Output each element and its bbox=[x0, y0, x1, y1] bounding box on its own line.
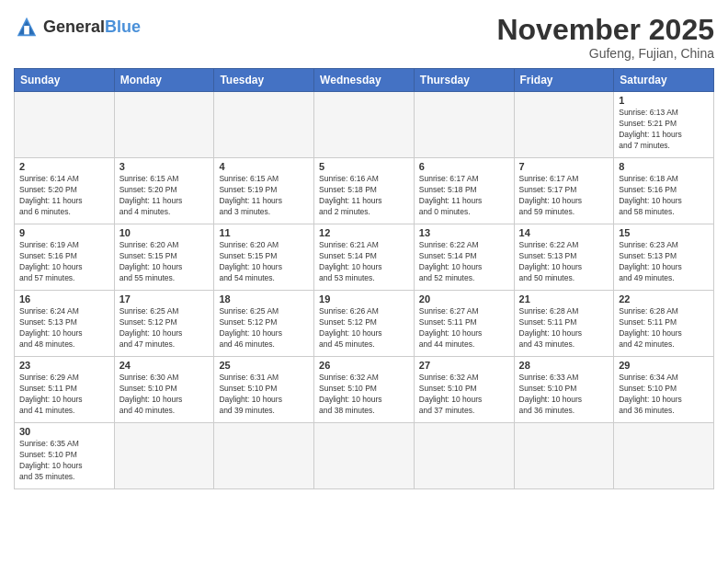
calendar-cell: 29Sunrise: 6:34 AM Sunset: 5:10 PM Dayli… bbox=[614, 357, 714, 423]
day-info: Sunrise: 6:30 AM Sunset: 5:10 PM Dayligh… bbox=[119, 373, 210, 417]
calendar-cell bbox=[314, 92, 415, 158]
calendar-row-3: 16Sunrise: 6:24 AM Sunset: 5:13 PM Dayli… bbox=[15, 291, 714, 357]
day-number: 8 bbox=[619, 161, 709, 172]
header-friday: Friday bbox=[514, 69, 614, 92]
calendar-cell: 6Sunrise: 6:17 AM Sunset: 5:18 PM Daylig… bbox=[414, 158, 514, 224]
title-block: November 2025 Gufeng, Fujian, China bbox=[496, 14, 714, 61]
day-number: 25 bbox=[219, 360, 309, 371]
calendar-cell: 25Sunrise: 6:31 AM Sunset: 5:10 PM Dayli… bbox=[214, 357, 314, 423]
calendar-cell: 1Sunrise: 6:13 AM Sunset: 5:21 PM Daylig… bbox=[614, 92, 714, 158]
day-number: 30 bbox=[19, 426, 109, 437]
day-number: 11 bbox=[219, 227, 309, 238]
day-info: Sunrise: 6:32 AM Sunset: 5:10 PM Dayligh… bbox=[319, 373, 409, 417]
calendar-cell: 8Sunrise: 6:18 AM Sunset: 5:16 PM Daylig… bbox=[614, 158, 714, 224]
calendar-cell: 24Sunrise: 6:30 AM Sunset: 5:10 PM Dayli… bbox=[114, 357, 214, 423]
calendar-cell: 7Sunrise: 6:17 AM Sunset: 5:17 PM Daylig… bbox=[514, 158, 614, 224]
day-number: 19 bbox=[319, 293, 409, 304]
page: GeneralBlue November 2025 Gufeng, Fujian… bbox=[0, 0, 728, 499]
day-info: Sunrise: 6:17 AM Sunset: 5:18 PM Dayligh… bbox=[419, 174, 509, 218]
day-info: Sunrise: 6:28 AM Sunset: 5:11 PM Dayligh… bbox=[619, 306, 709, 350]
day-info: Sunrise: 6:26 AM Sunset: 5:12 PM Dayligh… bbox=[319, 306, 409, 350]
calendar-cell bbox=[514, 423, 614, 489]
calendar-table: Sunday Monday Tuesday Wednesday Thursday… bbox=[14, 68, 714, 489]
day-number: 27 bbox=[419, 360, 509, 371]
day-number: 2 bbox=[19, 161, 109, 172]
calendar-cell bbox=[214, 423, 314, 489]
day-info: Sunrise: 6:32 AM Sunset: 5:10 PM Dayligh… bbox=[419, 373, 509, 417]
day-number: 18 bbox=[219, 293, 309, 304]
calendar-cell: 22Sunrise: 6:28 AM Sunset: 5:11 PM Dayli… bbox=[614, 291, 714, 357]
calendar-cell bbox=[414, 92, 514, 158]
logo-text: GeneralBlue bbox=[43, 18, 141, 36]
day-info: Sunrise: 6:15 AM Sunset: 5:20 PM Dayligh… bbox=[119, 174, 210, 218]
day-info: Sunrise: 6:13 AM Sunset: 5:21 PM Dayligh… bbox=[619, 108, 709, 152]
svg-rect-2 bbox=[24, 26, 29, 34]
calendar-cell bbox=[314, 423, 415, 489]
day-info: Sunrise: 6:14 AM Sunset: 5:20 PM Dayligh… bbox=[19, 174, 109, 218]
logo-icon bbox=[14, 14, 40, 40]
day-number: 26 bbox=[319, 360, 409, 371]
calendar-cell bbox=[614, 423, 714, 489]
day-info: Sunrise: 6:24 AM Sunset: 5:13 PM Dayligh… bbox=[19, 306, 109, 350]
location: Gufeng, Fujian, China bbox=[496, 46, 714, 61]
day-number: 12 bbox=[319, 227, 409, 238]
calendar-cell: 9Sunrise: 6:19 AM Sunset: 5:16 PM Daylig… bbox=[15, 224, 115, 291]
calendar-cell: 16Sunrise: 6:24 AM Sunset: 5:13 PM Dayli… bbox=[15, 291, 115, 357]
calendar-cell: 4Sunrise: 6:15 AM Sunset: 5:19 PM Daylig… bbox=[214, 158, 314, 224]
day-info: Sunrise: 6:19 AM Sunset: 5:16 PM Dayligh… bbox=[19, 240, 109, 284]
calendar-cell: 30Sunrise: 6:35 AM Sunset: 5:10 PM Dayli… bbox=[15, 423, 115, 489]
calendar-cell: 5Sunrise: 6:16 AM Sunset: 5:18 PM Daylig… bbox=[314, 158, 415, 224]
day-number: 9 bbox=[19, 227, 109, 238]
header-saturday: Saturday bbox=[614, 69, 714, 92]
day-info: Sunrise: 6:16 AM Sunset: 5:18 PM Dayligh… bbox=[319, 174, 409, 218]
calendar-cell: 12Sunrise: 6:21 AM Sunset: 5:14 PM Dayli… bbox=[314, 224, 415, 291]
calendar-cell: 10Sunrise: 6:20 AM Sunset: 5:15 PM Dayli… bbox=[114, 224, 214, 291]
day-number: 29 bbox=[619, 360, 709, 371]
day-info: Sunrise: 6:17 AM Sunset: 5:17 PM Dayligh… bbox=[519, 174, 609, 218]
day-number: 10 bbox=[119, 227, 210, 238]
calendar-cell: 28Sunrise: 6:33 AM Sunset: 5:10 PM Dayli… bbox=[514, 357, 614, 423]
weekday-header-row: Sunday Monday Tuesday Wednesday Thursday… bbox=[15, 69, 714, 92]
header-monday: Monday bbox=[114, 69, 214, 92]
day-number: 17 bbox=[119, 293, 210, 304]
header-sunday: Sunday bbox=[15, 69, 115, 92]
header-tuesday: Tuesday bbox=[214, 69, 314, 92]
logo: GeneralBlue bbox=[14, 14, 141, 40]
calendar-cell: 17Sunrise: 6:25 AM Sunset: 5:12 PM Dayli… bbox=[114, 291, 214, 357]
calendar-cell: 26Sunrise: 6:32 AM Sunset: 5:10 PM Dayli… bbox=[314, 357, 415, 423]
calendar-cell: 27Sunrise: 6:32 AM Sunset: 5:10 PM Dayli… bbox=[414, 357, 514, 423]
calendar-cell bbox=[414, 423, 514, 489]
calendar-cell bbox=[15, 92, 115, 158]
calendar-cell: 18Sunrise: 6:25 AM Sunset: 5:12 PM Dayli… bbox=[214, 291, 314, 357]
calendar-cell: 23Sunrise: 6:29 AM Sunset: 5:11 PM Dayli… bbox=[15, 357, 115, 423]
day-info: Sunrise: 6:31 AM Sunset: 5:10 PM Dayligh… bbox=[219, 373, 309, 417]
calendar-row-0: 1Sunrise: 6:13 AM Sunset: 5:21 PM Daylig… bbox=[15, 92, 714, 158]
day-number: 16 bbox=[19, 293, 109, 304]
day-info: Sunrise: 6:20 AM Sunset: 5:15 PM Dayligh… bbox=[119, 240, 210, 284]
day-info: Sunrise: 6:15 AM Sunset: 5:19 PM Dayligh… bbox=[219, 174, 309, 218]
day-number: 1 bbox=[619, 95, 709, 106]
calendar-cell: 2Sunrise: 6:14 AM Sunset: 5:20 PM Daylig… bbox=[15, 158, 115, 224]
day-info: Sunrise: 6:18 AM Sunset: 5:16 PM Dayligh… bbox=[619, 174, 709, 218]
day-info: Sunrise: 6:34 AM Sunset: 5:10 PM Dayligh… bbox=[619, 373, 709, 417]
calendar-cell: 3Sunrise: 6:15 AM Sunset: 5:20 PM Daylig… bbox=[114, 158, 214, 224]
day-info: Sunrise: 6:33 AM Sunset: 5:10 PM Dayligh… bbox=[519, 373, 609, 417]
calendar-row-1: 2Sunrise: 6:14 AM Sunset: 5:20 PM Daylig… bbox=[15, 158, 714, 224]
day-info: Sunrise: 6:22 AM Sunset: 5:14 PM Dayligh… bbox=[419, 240, 509, 284]
day-number: 5 bbox=[319, 161, 409, 172]
day-number: 6 bbox=[419, 161, 509, 172]
day-info: Sunrise: 6:25 AM Sunset: 5:12 PM Dayligh… bbox=[219, 306, 309, 350]
calendar-cell: 13Sunrise: 6:22 AM Sunset: 5:14 PM Dayli… bbox=[414, 224, 514, 291]
day-number: 21 bbox=[519, 293, 609, 304]
day-info: Sunrise: 6:23 AM Sunset: 5:13 PM Dayligh… bbox=[619, 240, 709, 284]
day-number: 22 bbox=[619, 293, 709, 304]
day-info: Sunrise: 6:28 AM Sunset: 5:11 PM Dayligh… bbox=[519, 306, 609, 350]
day-number: 14 bbox=[519, 227, 609, 238]
calendar-row-4: 23Sunrise: 6:29 AM Sunset: 5:11 PM Dayli… bbox=[15, 357, 714, 423]
calendar-cell bbox=[114, 423, 214, 489]
day-info: Sunrise: 6:27 AM Sunset: 5:11 PM Dayligh… bbox=[419, 306, 509, 350]
calendar-cell bbox=[214, 92, 314, 158]
day-number: 13 bbox=[419, 227, 509, 238]
day-info: Sunrise: 6:35 AM Sunset: 5:10 PM Dayligh… bbox=[19, 439, 109, 483]
calendar-cell: 19Sunrise: 6:26 AM Sunset: 5:12 PM Dayli… bbox=[314, 291, 415, 357]
